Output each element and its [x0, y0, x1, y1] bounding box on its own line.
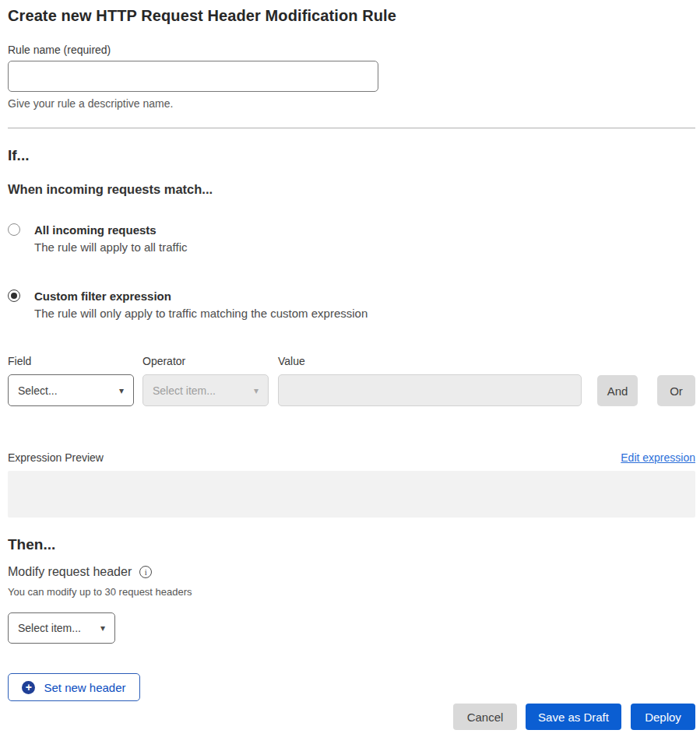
expression-builder-row: Field Select... ▾ Operator Select item..… — [8, 355, 695, 406]
info-icon[interactable]: i — [139, 566, 152, 578]
create-rule-form: Create new HTTP Request Header Modificat… — [8, 6, 695, 730]
radio-button-icon — [8, 290, 20, 302]
field-select[interactable]: Select... ▾ — [8, 374, 134, 406]
save-as-draft-button[interactable]: Save as Draft — [526, 704, 621, 730]
plus-icon: + — [22, 681, 35, 694]
radio-description: The rule will apply to all traffic — [34, 240, 187, 255]
rule-name-input[interactable] — [8, 61, 378, 92]
or-button[interactable]: Or — [657, 375, 695, 406]
set-new-header-label: Set new header — [44, 681, 125, 694]
radio-option-custom-filter-expression[interactable]: Custom filter expression The rule will o… — [8, 289, 695, 321]
edit-expression-link[interactable]: Edit expression — [621, 451, 695, 464]
section-divider — [8, 128, 695, 128]
modify-header-help: You can modify up to 30 request headers — [8, 586, 695, 598]
field-select-value: Select... — [18, 384, 58, 397]
page-title: Create new HTTP Request Header Modificat… — [8, 6, 695, 25]
chevron-down-icon: ▾ — [119, 385, 124, 396]
radio-button-icon — [8, 223, 20, 236]
modify-request-header-label: Modify request header — [8, 564, 132, 580]
rule-name-label: Rule name (required) — [8, 43, 695, 57]
rule-name-help: Give your rule a descriptive name. — [8, 97, 695, 111]
chevron-down-icon: ▾ — [254, 385, 259, 396]
chevron-down-icon: ▾ — [100, 623, 105, 633]
radio-label: All incoming requests — [34, 223, 187, 237]
set-new-header-button[interactable]: + Set new header — [8, 673, 140, 701]
header-action-select-value: Select item... — [18, 622, 81, 634]
radio-description: The rule will only apply to traffic matc… — [34, 306, 368, 321]
operator-select-value: Select item... — [153, 384, 216, 397]
if-heading: If... — [8, 146, 695, 165]
radio-option-all-incoming-requests[interactable]: All incoming requests The rule will appl… — [8, 223, 695, 255]
rule-name-block: Rule name (required) Give your rule a de… — [8, 43, 695, 111]
operator-select: Select item... ▾ — [142, 374, 269, 406]
value-input — [278, 374, 582, 406]
value-label: Value — [278, 355, 582, 368]
deploy-button[interactable]: Deploy — [631, 704, 695, 730]
field-label: Field — [8, 355, 134, 368]
then-heading: Then... — [8, 535, 695, 554]
and-button[interactable]: And — [597, 375, 638, 406]
operator-label: Operator — [142, 355, 269, 368]
footer-actions: Cancel Save as Draft Deploy — [8, 704, 695, 730]
cancel-button[interactable]: Cancel — [453, 704, 517, 730]
header-action-select[interactable]: Select item... ▾ — [8, 612, 115, 644]
expression-preview-box[interactable] — [8, 471, 695, 518]
radio-label: Custom filter expression — [34, 289, 368, 304]
match-subheading: When incoming requests match... — [8, 181, 695, 198]
expression-preview-label: Expression Preview — [8, 451, 104, 465]
